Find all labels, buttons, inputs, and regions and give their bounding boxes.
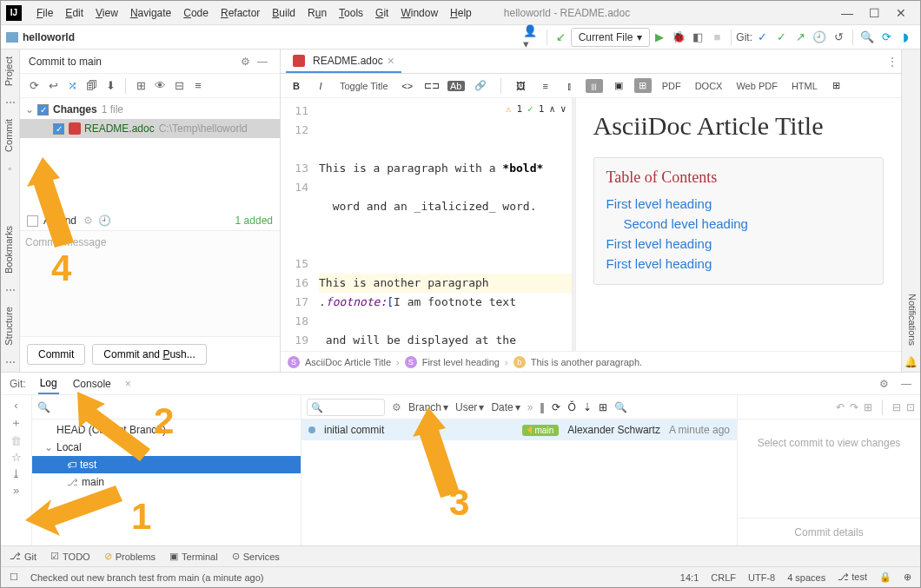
menu-build[interactable]: Build — [266, 7, 301, 19]
bc-item-1[interactable]: AsciiDoc Article Title — [305, 357, 391, 367]
git-history-icon[interactable]: 🕘 — [810, 28, 829, 47]
brackets-button[interactable]: ⊏⊐ — [423, 80, 441, 91]
debug-icon[interactable]: 🐞 — [669, 28, 688, 47]
tool-git[interactable]: ⎇Git — [10, 551, 36, 562]
toc-link-1[interactable]: First level heading — [606, 194, 871, 214]
editor-more-icon[interactable]: ⋮ — [884, 56, 901, 68]
commit-message-input[interactable]: Commit Message — [20, 230, 280, 336]
list-button[interactable]: ≡ — [537, 81, 554, 91]
export-html[interactable]: HTML — [788, 79, 821, 93]
star-icon[interactable]: ☆ — [11, 451, 22, 464]
pause-icon[interactable]: ‖ — [540, 401, 545, 413]
diff-icon[interactable]: ⤮ — [63, 77, 81, 95]
back-arrow-icon[interactable]: ↙ — [552, 28, 571, 47]
branch-test[interactable]: 🏷test — [32, 456, 301, 473]
export-docx[interactable]: DOCX — [692, 79, 726, 93]
view-preview-button[interactable]: ▣ — [610, 80, 627, 91]
close-icon[interactable]: ✕ — [896, 6, 906, 20]
image-button[interactable]: 🖼 — [513, 81, 530, 91]
git-commit-icon[interactable]: ✓ — [772, 28, 791, 47]
status-indent[interactable]: 4 spaces — [787, 572, 825, 583]
git-panel-gear-icon[interactable]: ⚙ — [879, 378, 889, 390]
menu-window[interactable]: Window — [394, 7, 444, 19]
expand-icon[interactable]: ⊟ — [170, 77, 188, 95]
tool-terminal[interactable]: ▣Terminal — [169, 551, 218, 562]
link-button[interactable]: 🔗 — [472, 80, 489, 91]
maximize-icon[interactable]: ☐ — [869, 6, 880, 20]
commit-button[interactable]: Commit — [27, 344, 85, 365]
block-button[interactable]: Ab — [447, 81, 465, 91]
more-icon[interactable]: » — [13, 484, 19, 497]
git-update-icon[interactable]: ✓ — [752, 28, 772, 47]
view-options-icon[interactable]: ⊞ — [599, 401, 607, 413]
code-button[interactable]: <> — [399, 81, 416, 91]
stop-icon[interactable]: ■ — [707, 28, 726, 47]
status-encoding[interactable]: UTF-8 — [748, 572, 775, 583]
status-lock-icon[interactable]: 🔒 — [879, 571, 891, 583]
delete-icon[interactable]: 🗑 — [10, 434, 22, 447]
move-down-icon[interactable]: ⇣ — [583, 401, 592, 413]
menu-navigate[interactable]: Navigate — [124, 7, 177, 19]
log-search-input[interactable] — [307, 399, 385, 416]
status-position[interactable]: 14:1 — [680, 572, 699, 583]
git-tab-close-icon[interactable]: × — [125, 378, 131, 390]
rollback-icon[interactable]: ↩ — [44, 77, 62, 95]
nav-back-icon[interactable]: ‹ — [14, 399, 17, 412]
group-icon[interactable]: ⊞ — [132, 77, 149, 95]
menu-help[interactable]: Help — [444, 7, 478, 19]
add-icon[interactable]: ＋ — [10, 415, 22, 431]
tool-problems[interactable]: ⊘Problems — [104, 551, 156, 562]
export-webpdf[interactable]: Web PDF — [732, 79, 780, 93]
fetch-icon[interactable]: ⤓ — [11, 467, 21, 480]
panel-gear-icon[interactable]: ⚙ — [236, 56, 254, 68]
italic-button[interactable]: I — [312, 81, 329, 91]
bc-item-3[interactable]: This is another paragraph. — [531, 357, 642, 367]
shelf-icon[interactable]: 🗐 — [83, 77, 100, 95]
code-with-me-icon[interactable]: ◗ — [896, 28, 915, 47]
status-memory-icon[interactable]: ⊕ — [904, 571, 911, 583]
git-tab-log[interactable]: Log — [38, 373, 59, 394]
file-checkbox[interactable]: ✓ — [53, 123, 64, 135]
toc-link-2[interactable]: Second level heading — [606, 214, 871, 234]
reload-icon[interactable]: ⟳ — [552, 401, 560, 413]
amend-checkbox[interactable] — [27, 215, 38, 227]
toggle-title-button[interactable]: Toggle Title — [336, 79, 392, 93]
export-pdf[interactable]: PDF — [659, 79, 685, 93]
collapse-icon[interactable]: ≡ — [189, 77, 207, 95]
rail-project[interactable]: Project — [1, 50, 19, 93]
branch-search-input[interactable] — [54, 401, 295, 413]
tree-expand-icon[interactable]: ⌄ — [25, 103, 34, 116]
diff-prev-icon[interactable]: ↶ — [836, 401, 845, 413]
changed-file-name[interactable]: README.adoc — [84, 122, 155, 135]
head-row[interactable]: HEAD (Current Branch) — [32, 421, 301, 439]
rail-bookmarks[interactable]: Bookmarks — [1, 219, 19, 281]
menu-tools[interactable]: Tools — [333, 7, 369, 19]
amend-gear-icon[interactable]: ⚙ — [83, 215, 93, 227]
diff-collapse-icon[interactable]: ⊡ — [906, 401, 915, 413]
commit-row[interactable]: initial commit main Alexander Schwartz A… — [301, 420, 737, 440]
project-name[interactable]: helloworld — [23, 31, 75, 43]
menu-run[interactable]: Run — [301, 7, 333, 19]
diff-next-icon[interactable]: ↷ — [850, 401, 858, 413]
unshelf-icon[interactable]: ⬇ — [102, 77, 119, 95]
rail-commit[interactable]: Commit — [1, 112, 19, 159]
panel-hide-icon[interactable]: — — [254, 56, 271, 68]
refresh-icon[interactable]: ⟳ — [25, 77, 43, 95]
status-branch[interactable]: ⎇ test — [838, 571, 867, 583]
toc-link-3[interactable]: First level heading — [606, 234, 871, 254]
cherry-pick-icon[interactable]: Ŏ — [567, 401, 575, 413]
filter-user[interactable]: User ▾ — [455, 401, 484, 413]
git-revert-icon[interactable]: ↺ — [829, 28, 848, 47]
git-panel-hide-icon[interactable]: — — [901, 378, 911, 390]
local-row[interactable]: ⌄ Local — [32, 439, 301, 456]
bc-item-2[interactable]: First level heading — [422, 357, 500, 367]
code-editor[interactable]: This is a paragraph with a *bold* word a… — [315, 98, 572, 351]
menu-git[interactable]: Git — [369, 7, 394, 19]
filter-date[interactable]: Date ▾ — [491, 401, 520, 413]
rail-structure[interactable]: Structure — [1, 300, 19, 353]
git-push-icon[interactable]: ↗ — [791, 28, 810, 47]
changes-checkbox[interactable]: ✓ — [37, 104, 49, 116]
toc-link-4[interactable]: First level heading — [606, 254, 871, 274]
menu-file[interactable]: File — [30, 7, 59, 19]
minimize-icon[interactable]: — — [841, 6, 853, 20]
